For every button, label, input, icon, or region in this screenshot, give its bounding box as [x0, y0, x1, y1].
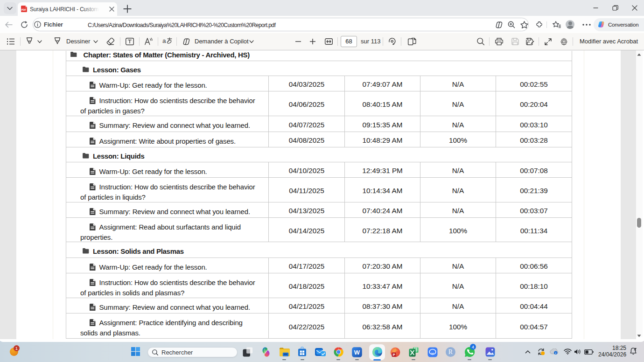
svg-text:PDF: PDF: [21, 8, 26, 11]
svg-text:W: W: [354, 348, 360, 355]
svg-text:P: P: [393, 352, 395, 356]
